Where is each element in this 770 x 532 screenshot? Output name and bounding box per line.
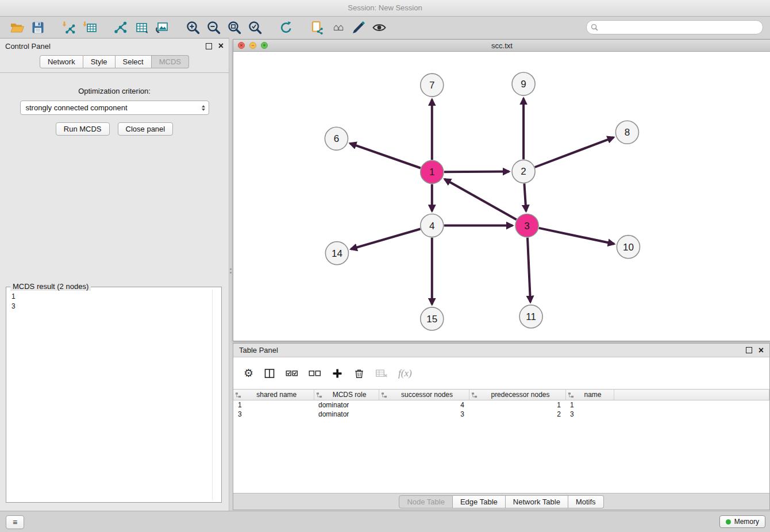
toolbar-search[interactable] <box>586 20 763 34</box>
table-header-row: shared nameMCDS rolesuccessor nodesprede… <box>233 390 769 400</box>
control-tab-mcds[interactable]: MCDS <box>152 55 189 68</box>
edge-2-3[interactable] <box>524 183 526 211</box>
window-title: Session: New Session <box>348 3 422 12</box>
node-6[interactable]: 6 <box>325 127 348 150</box>
new-table-button[interactable] <box>131 19 152 36</box>
column-header-successor-nodes[interactable]: successor nodes <box>379 390 469 400</box>
node-15[interactable]: 15 <box>421 307 444 330</box>
node-11[interactable]: 11 <box>519 305 542 328</box>
show-columns-icon[interactable] <box>264 368 275 379</box>
node-3[interactable]: 3 <box>515 214 538 237</box>
node-label: 11 <box>526 311 536 322</box>
import-table-icon <box>82 20 97 35</box>
edge-3-1[interactable] <box>445 179 517 220</box>
table-cell[interactable]: 3 <box>565 410 614 419</box>
column-header-MCDS-role[interactable]: MCDS role <box>314 390 379 400</box>
minimize-window-icon[interactable]: − <box>249 42 256 49</box>
overview-button[interactable]: ⌂⌂ <box>328 19 348 36</box>
export-image-button[interactable] <box>152 19 172 36</box>
add-icon[interactable] <box>332 368 343 379</box>
search-icon <box>591 24 598 31</box>
show-graphics-details-button[interactable] <box>369 19 390 36</box>
edge-2-8[interactable] <box>535 137 614 167</box>
column-header-shared-name[interactable]: shared name <box>233 390 314 400</box>
edge-4-14[interactable] <box>351 229 420 249</box>
zoom-in-button[interactable] <box>183 19 203 36</box>
node-1[interactable]: 1 <box>421 160 444 183</box>
table-cell[interactable]: 2 <box>469 410 565 419</box>
float-panel-icon[interactable] <box>206 43 212 49</box>
control-tab-select[interactable]: Select <box>116 55 152 68</box>
import-table-file-button[interactable] <box>79 19 100 36</box>
network-canvas[interactable]: 7968124314101511 <box>233 52 770 341</box>
table-tab-motifs[interactable]: Motifs <box>568 495 604 508</box>
home-pair-icon: ⌂⌂ <box>333 22 343 33</box>
run-mcds-button[interactable]: Run MCDS <box>56 122 110 136</box>
optimization-dropdown[interactable]: strongly connected component <box>20 101 209 115</box>
close-panel-icon[interactable]: × <box>218 41 224 51</box>
task-history-button[interactable]: ≡ <box>6 515 24 529</box>
window-titlebar: Session: New Session <box>0 0 770 17</box>
import-network-icon <box>61 20 76 35</box>
float-table-panel-icon[interactable] <box>746 347 752 353</box>
control-panel-title: Control Panel <box>5 42 51 51</box>
network-window-titlebar[interactable]: × − + scc.txt <box>233 40 770 52</box>
close-table-panel-icon[interactable]: × <box>759 346 764 355</box>
style-wand-button[interactable] <box>348 19 369 36</box>
table-tab-edge-table[interactable]: Edge Table <box>453 495 506 508</box>
open-session-button[interactable] <box>7 19 28 36</box>
table-tab-network-table[interactable]: Network Table <box>506 495 568 508</box>
close-panel-button[interactable]: Close panel <box>118 122 174 136</box>
save-session-button[interactable] <box>28 19 48 36</box>
close-window-icon[interactable]: × <box>238 42 245 49</box>
zoom-out-button[interactable] <box>203 19 224 36</box>
network-window-title: scc.txt <box>491 41 513 50</box>
delete-icon[interactable] <box>353 368 365 379</box>
table-cell[interactable]: 1 <box>469 400 565 410</box>
search-input[interactable] <box>601 23 759 32</box>
node-2[interactable]: 2 <box>512 160 535 183</box>
refresh-layout-button[interactable] <box>276 19 297 36</box>
table-tab-node-table[interactable]: Node Table <box>399 495 453 508</box>
zoom-selected-button[interactable] <box>245 19 265 36</box>
node-9[interactable]: 9 <box>512 72 535 95</box>
table-cell[interactable]: 4 <box>379 400 469 410</box>
panel-splitter[interactable] <box>229 265 232 276</box>
node-4[interactable]: 4 <box>421 214 444 237</box>
table-cell[interactable]: 3 <box>233 410 314 419</box>
node-8[interactable]: 8 <box>615 121 638 144</box>
style-wand-icon <box>351 20 366 35</box>
zoom-fit-button[interactable] <box>224 19 245 36</box>
mcds-result-line: 3 <box>11 302 208 311</box>
table-row[interactable]: 3dominator323 <box>233 410 769 419</box>
table-toolbar: ⚙ <box>233 357 769 389</box>
select-all-icon[interactable] <box>286 369 298 378</box>
import-network-file-button[interactable] <box>59 19 79 36</box>
memory-button[interactable]: Memory <box>719 515 765 528</box>
column-header-predecessor-nodes[interactable]: predecessor nodes <box>469 390 565 400</box>
table-cell[interactable]: 3 <box>379 410 469 419</box>
table-row[interactable]: 1dominator411 <box>233 400 769 410</box>
edge-3-10[interactable] <box>539 228 614 244</box>
zoom-in-icon <box>186 20 201 35</box>
gear-icon[interactable]: ⚙ <box>244 368 253 379</box>
control-tab-network[interactable]: Network <box>40 55 83 68</box>
table-cell[interactable]: dominator <box>314 400 379 410</box>
zoom-window-icon[interactable]: + <box>261 42 268 49</box>
edge-1-2[interactable] <box>444 172 509 172</box>
table-cell[interactable]: 1 <box>565 400 614 410</box>
edge-3-11[interactable] <box>528 238 530 302</box>
new-network-button[interactable] <box>110 19 131 36</box>
control-tab-style[interactable]: Style <box>83 55 116 68</box>
node-14[interactable]: 14 <box>325 242 348 265</box>
edge-1-6[interactable] <box>350 144 421 168</box>
deselect-all-icon[interactable] <box>309 369 321 378</box>
column-header-name[interactable]: name <box>565 390 614 400</box>
node-label: 9 <box>521 79 526 90</box>
table-cell[interactable]: 1 <box>233 400 314 410</box>
table-cell[interactable]: dominator <box>314 410 379 419</box>
node-10[interactable]: 10 <box>617 236 640 259</box>
clone-network-button[interactable] <box>307 19 328 36</box>
node-7[interactable]: 7 <box>421 74 444 97</box>
save-icon <box>30 20 45 35</box>
